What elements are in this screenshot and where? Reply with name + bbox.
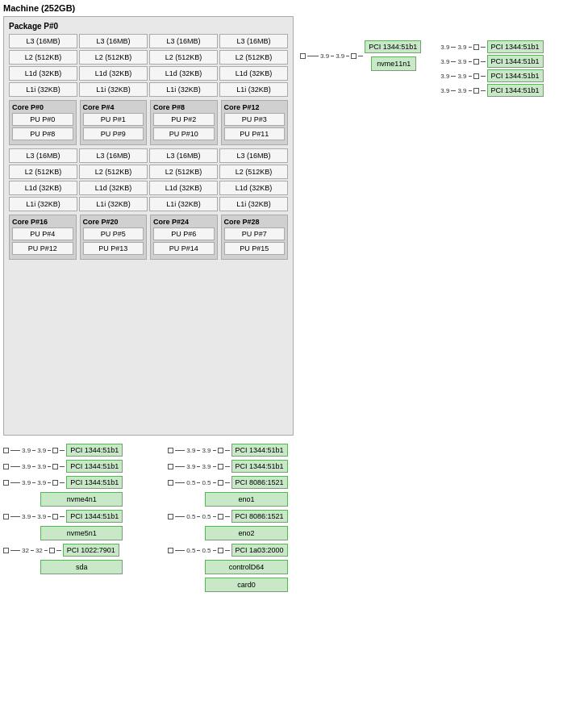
right-pci-section: 3.9 3.9 PCI 1344:51b1 nvme11n1	[300, 40, 544, 97]
rspeed-0a: 3.9	[186, 447, 195, 454]
l2-1: L2 (512KB)	[79, 50, 148, 65]
core-p0-label: Core P#0	[12, 103, 73, 111]
pu-p5: PU P#5	[83, 227, 144, 240]
rspeed-4a: 0.5	[186, 547, 195, 554]
bsq-2a	[3, 480, 9, 486]
bottom-pci-0: PCI 1344:51b1	[66, 444, 123, 457]
left-nvme-branch: 3.9 3.9 PCI 1344:51b1 nvme11n1	[300, 40, 421, 71]
bottom-left-row-3: 3.9 3.9 PCI 1344:51b1	[3, 510, 123, 523]
l1i-3: L1i (32KB)	[219, 82, 288, 97]
line-3	[346, 56, 349, 56]
core-p20-label: Core P#20	[83, 218, 144, 226]
rsq-4b	[218, 548, 223, 553]
pci-right-1: PCI 1344:51b1	[487, 55, 544, 68]
core-p4: Core P#4 PU P#1 PU P#9	[80, 100, 148, 145]
l3-3: L3 (16MB)	[219, 34, 288, 48]
bsq-3a	[3, 514, 9, 519]
pu-p12: PU P#12	[12, 242, 73, 255]
l2-2: L2 (512KB)	[149, 50, 218, 65]
pu-p14: PU P#14	[153, 242, 215, 255]
l1d-row-bot: L1d (32KB) L1d (32KB) L1d (32KB) L1d (32…	[9, 181, 288, 195]
rspeed-1b: 3.9	[202, 463, 211, 470]
bspeed-2a: 3.9	[22, 479, 31, 486]
right-pci-group-4: 3.9 3.9 PCI 1344:51b1 3.9 3.9	[440, 40, 543, 97]
l1d-b2: L1d (32KB)	[149, 181, 218, 195]
rsq-4a	[168, 548, 173, 553]
l1i-b1: L1i (32KB)	[79, 197, 148, 211]
l2-b3: L2 (512KB)	[219, 165, 288, 179]
bsq-0a	[3, 448, 9, 453]
controlD64-box: controlD64	[205, 560, 287, 574]
card0-box: card0	[205, 578, 287, 592]
l1d-0: L1d (32KB)	[9, 66, 77, 81]
core-p24: Core P#24 PU P#6 PU P#14	[150, 215, 218, 260]
nvme4n1-box: nvme4n1	[40, 492, 123, 507]
bspeed-1b: 3.9	[37, 463, 46, 470]
core-p12-label: Core P#12	[224, 103, 286, 111]
l1i-b3: L1i (32KB)	[219, 197, 288, 211]
bspeed-0b: 3.9	[37, 447, 46, 454]
l1i-row-bot: L1i (32KB) L1i (32KB) L1i (32KB) L1i (32…	[9, 197, 288, 211]
l1i-2: L1i (32KB)	[149, 82, 218, 97]
bottom-pci-4: PCI 1022:7901	[63, 544, 119, 557]
pci-right-3: PCI 1344:51b1	[487, 84, 544, 97]
bottom-cache-section: L3 (16MB) L3 (16MB) L3 (16MB) L3 (16MB) …	[9, 148, 288, 211]
bottom-left-row-4: 32 32 PCI 1022:7901	[3, 544, 123, 557]
bsq-1b	[52, 464, 58, 469]
core-p12: Core P#12 PU P#3 PU P#11	[221, 100, 289, 145]
l3-2: L3 (16MB)	[149, 34, 218, 48]
rsq-1a	[168, 464, 173, 469]
l1d-row-top: L1d (32KB) L1d (32KB) L1d (32KB) L1d (32…	[9, 66, 288, 81]
pci-right-0: PCI 1344:51b1	[487, 40, 544, 53]
rspeed-4b: 0.5	[202, 547, 211, 554]
package-box: Package P#0 L3 (16MB) L3 (16MB) L3 (16MB…	[3, 16, 294, 436]
conn-sq-1	[300, 53, 306, 59]
pci-1344-51b1-top-left: PCI 1344:51b1	[365, 40, 421, 53]
bottom-left-row-1: 3.9 3.9 PCI 1344:51b1	[3, 460, 123, 473]
bottom-right-section: 3.9 3.9 PCI 1344:51b1 3.9 3.9 PCI 1344:5…	[168, 444, 287, 592]
l1d-1: L1d (32KB)	[79, 66, 148, 81]
bottom-left-row-0: 3.9 3.9 PCI 1344:51b1	[3, 444, 123, 457]
bspeed-0a: 3.9	[22, 447, 31, 454]
rspeed-3b: 0.5	[202, 513, 211, 520]
rsq-1b	[218, 464, 223, 469]
conn-sq-2	[351, 53, 357, 59]
nvme5n1-box: nvme5n1	[40, 526, 123, 540]
bspeed-4a: 32	[22, 547, 29, 554]
core-p16: Core P#16 PU P#4 PU P#12	[9, 215, 77, 260]
bspeed-1a: 3.9	[22, 463, 31, 470]
bsq-4a	[3, 548, 9, 553]
core-p28-label: Core P#28	[224, 218, 286, 226]
core-p20: Core P#20 PU P#5 PU P#13	[80, 215, 148, 260]
rsq-2a	[168, 480, 173, 486]
rspeed-2b: 0.5	[202, 479, 211, 486]
right-pci-row-0: PCI 1344:51b1	[231, 444, 288, 457]
l3-b2: L3 (16MB)	[149, 148, 218, 163]
bottom-right-row-1: 3.9 3.9 PCI 1344:51b1	[168, 460, 287, 473]
l1i-row-top: L1i (32KB) L1i (32KB) L1i (32KB) L1i (32…	[9, 82, 288, 97]
l2-row-bot: L2 (512KB) L2 (512KB) L2 (512KB) L2 (512…	[9, 165, 288, 179]
bsq-3b	[52, 514, 58, 519]
l3-b3: L3 (16MB)	[219, 148, 288, 163]
bottom-pci-1: PCI 1344:51b1	[66, 460, 123, 473]
pu-p4: PU P#4	[12, 227, 73, 240]
nvme11n1-box: nvme11n1	[371, 56, 416, 71]
l2-3: L2 (512KB)	[219, 50, 288, 65]
core-p28: Core P#28 PU P#7 PU P#15	[221, 215, 289, 260]
right-pci-row-2: PCI 8086:1521	[231, 476, 288, 489]
speed-label-39a: 3.9	[320, 52, 329, 60]
line-4	[358, 56, 363, 56]
rsq-2b	[218, 480, 223, 486]
core-p4-label: Core P#4	[83, 103, 144, 111]
pci-right-2: PCI 1344:51b1	[487, 69, 544, 82]
machine-label: Machine (252GB)	[3, 3, 588, 13]
top-cache-section: L3 (16MB) L3 (16MB) L3 (16MB) L3 (16MB) …	[9, 34, 288, 97]
eno2-box: eno2	[205, 526, 287, 540]
right-pci-row-4: PCI 1a03:2000	[231, 544, 288, 557]
l2-b2: L2 (512KB)	[149, 165, 218, 179]
speed-label-39b: 3.9	[336, 52, 344, 60]
bspeed-3b: 3.9	[37, 513, 46, 520]
bspeed-3a: 3.9	[22, 513, 31, 520]
bottom-left-section: 3.9 3.9 PCI 1344:51b1 3.9 3.9 PCI 1344:5…	[3, 444, 123, 592]
pu-p15: PU P#15	[224, 242, 286, 255]
